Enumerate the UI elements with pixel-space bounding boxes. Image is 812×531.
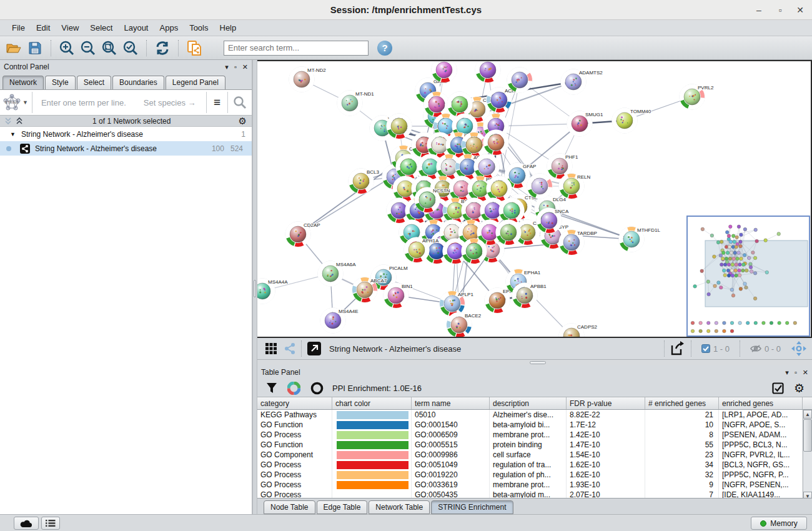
vertical-splitter[interactable] [252, 60, 257, 514]
network-node[interactable] [424, 92, 449, 117]
network-node[interactable] [396, 154, 421, 179]
tab-string-enrichment[interactable]: STRING Enrichment [431, 500, 513, 514]
tab-legend-panel[interactable]: Legend Panel [166, 76, 225, 89]
network-node[interactable] [462, 132, 487, 157]
column-header-description[interactable]: description [490, 397, 567, 409]
undock-panel-icon[interactable]: ▫ [795, 369, 797, 376]
close-button[interactable]: ✕ [792, 4, 808, 16]
splitter-grip[interactable] [530, 361, 546, 364]
network-node[interactable]: MTHFD1L [619, 227, 660, 252]
grid-view-icon[interactable] [265, 342, 277, 355]
network-node[interactable] [432, 61, 457, 82]
network-node[interactable] [483, 130, 508, 155]
settings-gear-icon[interactable]: ⚙ [794, 381, 805, 395]
column-header--enriched-genes[interactable]: # enriched genes [645, 397, 719, 409]
network-node[interactable] [462, 239, 487, 264]
close-panel-icon[interactable]: ✕ [803, 369, 808, 377]
save-session-button[interactable] [26, 39, 44, 57]
table-row[interactable]: GO FunctionGO:0005515protein binding1.47… [257, 440, 812, 450]
network-node[interactable]: CADPS2 [559, 324, 598, 337]
string-logo-icon[interactable]: STRING [2, 93, 21, 112]
network-node[interactable]: MS4A4E [320, 308, 359, 333]
network-node[interactable] [507, 67, 532, 92]
table-row[interactable]: GO ProcessGO:0006509membrane prot...1.42… [257, 430, 812, 440]
menu-item-help[interactable]: Help [214, 21, 242, 34]
set-species-link[interactable]: Set species → [144, 98, 204, 107]
network-node[interactable]: RELN [559, 174, 591, 199]
network-node[interactable] [496, 220, 521, 245]
pie-chart-icon[interactable] [287, 382, 300, 395]
network-node[interactable]: MS4A4A [257, 279, 288, 304]
refresh-button[interactable] [154, 39, 171, 57]
zoom-out-button[interactable] [79, 39, 97, 57]
birds-eye-navigator[interactable] [686, 216, 810, 337]
menu-item-select[interactable]: Select [84, 21, 118, 34]
zoom-fit-button[interactable] [101, 39, 118, 57]
string-options-icon[interactable]: ≡ [209, 96, 225, 109]
network-node[interactable] [475, 61, 500, 82]
filter-icon[interactable] [266, 382, 277, 394]
network-options-gear-icon[interactable]: ⚙ [239, 116, 247, 127]
splitter-grip[interactable] [254, 280, 256, 297]
network-node[interactable] [527, 174, 552, 199]
menu-item-apps[interactable]: Apps [154, 21, 184, 34]
zoom-selected-button[interactable] [122, 39, 139, 57]
tree-expand-icon[interactable]: ▼ [10, 131, 16, 137]
network-collection-row[interactable]: ▼ String Network - Alzheimer's disease 1 [0, 127, 252, 141]
menu-item-file[interactable]: File [6, 21, 31, 34]
float-panel-icon[interactable]: ▾ [225, 63, 229, 71]
network-node[interactable]: CD2AP [285, 222, 320, 247]
network-row-selected[interactable]: String Network - Alzheimer's disease 100… [0, 141, 252, 156]
network-node[interactable]: BACE2 [447, 312, 482, 337]
menu-item-layout[interactable]: Layout [118, 21, 154, 34]
share-network-icon[interactable] [284, 342, 296, 355]
enrichment-table[interactable]: categorychart colorterm namedescriptionF… [257, 397, 812, 500]
chevron-down-icon[interactable]: ▼ [22, 99, 28, 106]
navigator-toggle-icon[interactable] [791, 340, 807, 357]
open-file-button[interactable] [5, 39, 22, 57]
task-list-button[interactable] [41, 517, 60, 530]
expand-all-icon[interactable] [15, 117, 25, 125]
column-header-enriched-genes[interactable]: enriched genes [719, 397, 803, 409]
network-node[interactable] [499, 198, 524, 223]
menu-item-view[interactable]: View [56, 21, 84, 34]
close-panel-icon[interactable]: ✕ [242, 63, 248, 71]
network-node[interactable] [487, 176, 512, 201]
network-node[interactable]: BIN1 [384, 283, 413, 308]
scrollbar-thumb[interactable] [803, 419, 812, 452]
column-header-chart-color[interactable]: chart color [332, 397, 412, 409]
tab-network[interactable]: Network [2, 76, 44, 89]
column-header-category[interactable]: category [257, 397, 332, 409]
network-node[interactable]: MT-ND2 [289, 67, 326, 92]
table-row[interactable]: GO ProcessGO:0019220regulation of ph...1… [257, 470, 812, 480]
network-node[interactable]: SMUG1 [567, 111, 603, 136]
network-node[interactable]: BCL3 [349, 169, 380, 194]
network-node[interactable]: MT-ND1 [337, 91, 374, 116]
string-search-icon[interactable] [233, 96, 247, 109]
menu-item-tools[interactable]: Tools [184, 21, 214, 34]
table-scrollbar[interactable]: ▲▼ [803, 410, 812, 500]
maximize-button[interactable]: ▫ [772, 4, 788, 16]
tab-node-table[interactable]: Node Table [264, 500, 315, 514]
network-node[interactable] [474, 154, 499, 179]
undock-panel-icon[interactable]: ▫ [234, 63, 237, 71]
network-node[interactable]: TOMM40 [612, 108, 651, 133]
table-row[interactable]: KEGG Pathways05010Alzheimer's dise...8.8… [257, 410, 812, 420]
column-header-FDR-p-value[interactable]: FDR p-value [567, 397, 645, 409]
scroll-up-button[interactable]: ▲ [803, 410, 812, 419]
network-node[interactable]: PVRL2 [680, 84, 714, 109]
tab-boundaries[interactable]: Boundaries [112, 76, 164, 89]
column-header-term-name[interactable]: term name [412, 397, 490, 409]
help-button[interactable]: ? [377, 41, 392, 56]
ring-chart-icon[interactable] [310, 382, 324, 395]
network-node[interactable]: MS4A6A [318, 261, 356, 286]
network-node[interactable]: APBB1 [512, 283, 547, 308]
tab-select[interactable]: Select [77, 76, 111, 89]
tab-network-table[interactable]: Network Table [369, 500, 430, 514]
tab-edge-table[interactable]: Edge Table [317, 500, 368, 514]
network-node[interactable] [387, 114, 412, 139]
clone-network-button[interactable] [186, 39, 203, 57]
network-view[interactable]: MT-ND2MT-ND1VSNL1GAB2IRS1CHATACHEBCHESMU… [257, 60, 812, 338]
cloud-tasks-button[interactable] [14, 517, 39, 530]
network-node[interactable]: TARDBP [559, 230, 597, 255]
